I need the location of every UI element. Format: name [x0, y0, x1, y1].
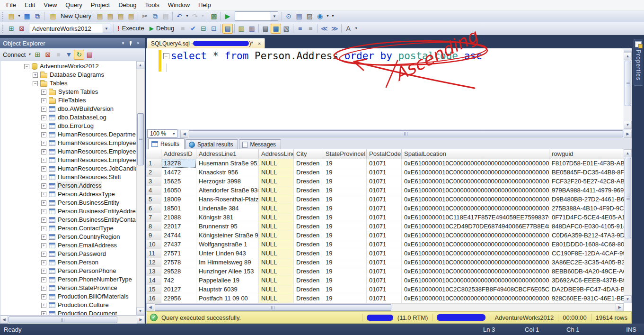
spatiallocation-cell[interactable]: 0xE6100000010C2C802538FB8F49408CBCF6E05C…: [402, 285, 549, 294]
connect-button[interactable]: Connect: [3, 51, 26, 58]
register-servers-icon[interactable]: ⊞: [6, 24, 17, 34]
spatiallocation-cell[interactable]: 0xE6100000010C00000000000000000000000000…: [402, 186, 549, 195]
tree-expander-icon[interactable]: +: [41, 200, 46, 206]
activity-monitor-icon[interactable]: ▩: [209, 11, 219, 21]
scroll-right-icon[interactable]: ▶: [616, 303, 624, 311]
column-header-postalcode[interactable]: PostalCode: [367, 149, 402, 159]
city-cell[interactable]: Dresden: [294, 159, 323, 168]
addressline1-cell[interactable]: Husemann Straße 9514: [196, 159, 259, 168]
include-actual-plan-icon[interactable]: ▥: [236, 24, 247, 34]
grid-horizontal-scrollbar[interactable]: ◀ ▶: [146, 303, 624, 311]
open-table-icon[interactable]: ⊡: [209, 24, 219, 34]
addressid-cell[interactable]: 16050: [161, 186, 196, 195]
spatiallocation-cell[interactable]: 0xE6100000010C00000000000000000000000000…: [402, 159, 549, 168]
rowguid-cell[interactable]: 0F71D4FC-5CE4-4E05-A1C9-C: [549, 213, 624, 222]
addressline1-cell[interactable]: Unter Linden 943: [196, 249, 259, 258]
web-browser-dropdown-icon[interactable]: ▾: [325, 11, 330, 21]
tab-spatial-results[interactable]: Spatial results: [185, 139, 238, 149]
row-number-cell[interactable]: 12: [146, 258, 161, 267]
execute-button[interactable]: ! Execute: [115, 24, 148, 33]
rowguid-cell[interactable]: 979BA988-4411-4979-969D-57: [549, 186, 624, 195]
tree-item[interactable]: + Person.PersonPhone: [0, 267, 136, 275]
addressid-cell[interactable]: 24744: [161, 231, 196, 240]
row-number-cell[interactable]: 5: [146, 195, 161, 204]
postalcode-cell[interactable]: 01071: [367, 204, 402, 213]
sql-code[interactable]: select * from Person.Address order by po…: [171, 50, 482, 62]
row-number-cell[interactable]: 16: [146, 294, 161, 303]
city-cell[interactable]: Dresden: [294, 240, 323, 249]
tab-results[interactable]: Results: [148, 138, 185, 149]
tree-item[interactable]: + HumanResources.EmployeeDep: [0, 147, 136, 156]
postalcode-cell[interactable]: 01071: [367, 258, 402, 267]
results-to-text-icon[interactable]: ▤: [260, 24, 271, 34]
scrollbar-thumb[interactable]: [189, 130, 623, 137]
column-header-addressline1[interactable]: AddressLine1: [196, 149, 259, 159]
rowguid-cell[interactable]: 8EBB60DB-4A20-49CE-ACCF-C: [549, 267, 624, 276]
tree-item[interactable]: + Person.EmailAddress: [0, 241, 136, 250]
start-debugging-icon[interactable]: ▶: [222, 11, 233, 21]
tree-expander-icon[interactable]: +: [41, 269, 46, 274]
decrease-indent-icon[interactable]: ≪: [319, 24, 329, 34]
tree-expander-icon[interactable]: −: [33, 81, 38, 86]
scroll-left-icon[interactable]: ◀: [0, 316, 8, 324]
paste-icon[interactable]: ▤: [160, 11, 171, 21]
mdx-query-icon[interactable]: ▤: [105, 11, 115, 21]
tree-item[interactable]: + HumanResources.EmployeePay: [0, 156, 136, 164]
row-number-cell[interactable]: 4: [146, 186, 161, 195]
row-number-cell[interactable]: 15: [146, 285, 161, 294]
rowguid-cell[interactable]: 275B388A-4B10-4F9D-9C8D-34: [549, 204, 624, 213]
addressid-cell[interactable]: 18009: [161, 195, 196, 204]
column-header-addressid[interactable]: AddressID: [161, 149, 196, 159]
tree-item[interactable]: + Production.Document: [0, 309, 136, 315]
addressline2-cell[interactable]: NULL: [259, 177, 294, 186]
find-icon[interactable]: ⊙: [283, 11, 294, 21]
postalcode-cell[interactable]: 01071: [367, 267, 402, 276]
close-tab-icon[interactable]: ×: [256, 41, 261, 46]
addressline1-cell[interactable]: Königsteiner Straße 950: [196, 231, 259, 240]
city-cell[interactable]: Dresden: [294, 177, 323, 186]
intellisense-enabled-icon[interactable]: ▤: [222, 24, 233, 34]
spatiallocation-cell[interactable]: 0xE6100000010C00000000000000000000000000…: [402, 258, 549, 267]
stateprovinceid-cell[interactable]: 19: [323, 285, 367, 294]
stateprovinceid-cell[interactable]: 19: [323, 294, 367, 303]
auto-hide-pin-icon[interactable]: [127, 40, 134, 47]
postalcode-cell[interactable]: 01071: [367, 240, 402, 249]
rowguid-cell[interactable]: 3D692AC6-EEEB-437B-B9FE-A: [549, 276, 624, 285]
tree-expander-icon[interactable]: +: [41, 226, 46, 231]
tree-item[interactable]: + Person.Address: [0, 181, 136, 190]
results-to-grid-icon[interactable]: ▦: [271, 24, 281, 34]
tree-item[interactable]: + Database Diagrams: [0, 71, 136, 79]
spatiallocation-cell[interactable]: 0xE6100000010C00000000000000000000000000…: [402, 240, 549, 249]
addressline2-cell[interactable]: NULL: [259, 285, 294, 294]
tree-expander-icon[interactable]: +: [41, 235, 46, 240]
addressid-cell[interactable]: 20127: [161, 285, 196, 294]
city-cell[interactable]: Dresden: [294, 204, 323, 213]
undo-icon[interactable]: ↶: [174, 11, 185, 21]
spatiallocation-cell[interactable]: 0xE6100000010C00000000000000000000000000…: [402, 177, 549, 186]
toolbox-icon[interactable]: ▨: [304, 11, 315, 21]
city-cell[interactable]: Dresden: [294, 231, 323, 240]
code-fold-icon[interactable]: −: [163, 53, 169, 59]
rowguid-cell[interactable]: C0D6A359-B212-47A3-9D39-52: [549, 231, 624, 240]
include-client-statistics-icon[interactable]: ▥: [247, 24, 257, 34]
menu-item[interactable]: Help: [194, 0, 215, 9]
tree-item[interactable]: + dbo.DatabaseLog: [0, 113, 136, 122]
spatiallocation-cell[interactable]: 0xE6100000010C00000000000000000000000000…: [402, 267, 549, 276]
results-to-file-icon[interactable]: ▧: [281, 24, 291, 34]
scroll-up-icon[interactable]: ▲: [136, 61, 144, 69]
addressline1-cell[interactable]: Hauptstr 6039: [196, 285, 259, 294]
addressline1-cell[interactable]: Im Himmelsweg 89: [196, 258, 259, 267]
debug-target-combo[interactable]: ▼: [235, 11, 278, 21]
tree-expander-icon[interactable]: +: [41, 303, 46, 308]
postalcode-cell[interactable]: 01071: [367, 195, 402, 204]
combo-dropdown-icon[interactable]: ▼: [103, 24, 110, 33]
tree-expander-icon[interactable]: +: [41, 107, 46, 112]
scroll-down-icon[interactable]: ▼: [624, 121, 632, 129]
postalcode-cell[interactable]: 01071: [367, 213, 402, 222]
tree-expander-icon[interactable]: +: [41, 158, 46, 163]
editor-vertical-scrollbar[interactable]: ▲ ▼: [624, 48, 632, 129]
city-cell[interactable]: Dresden: [294, 258, 323, 267]
city-cell[interactable]: Dresden: [294, 285, 323, 294]
addressid-cell[interactable]: 29528: [161, 267, 196, 276]
tree-item[interactable]: + HumanResources.Shift: [0, 173, 136, 181]
